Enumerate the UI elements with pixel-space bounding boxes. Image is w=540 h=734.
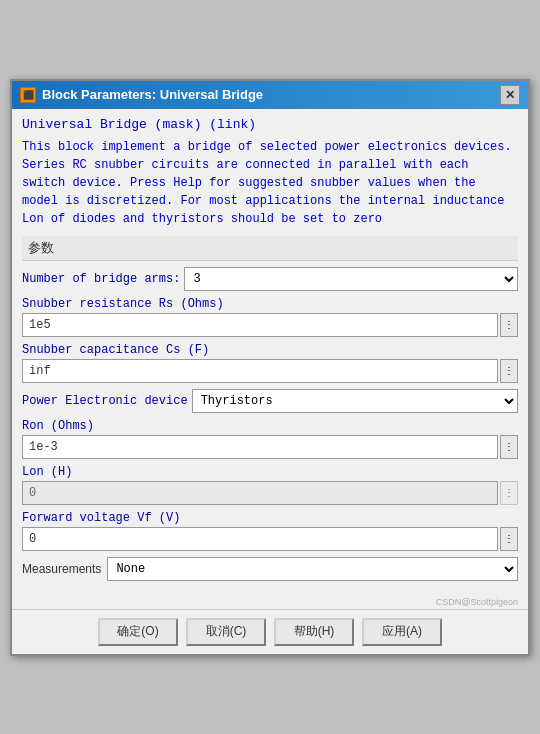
apply-button[interactable]: 应用(A) <box>362 618 442 646</box>
description-text: This block implement a bridge of selecte… <box>22 138 518 228</box>
ron-label: Ron (Ohms) <box>22 419 518 433</box>
ok-button[interactable]: 确定(O) <box>98 618 178 646</box>
snubber-c-label: Snubber capacitance Cs (F) <box>22 343 518 357</box>
main-window: ⬛ Block Parameters: Universal Bridge ✕ U… <box>10 79 530 656</box>
snubber-r-input[interactable] <box>22 313 498 337</box>
title-bar-left: ⬛ Block Parameters: Universal Bridge <box>20 87 263 103</box>
snubber-r-input-row: ⋮ <box>22 313 518 337</box>
vf-input[interactable] <box>22 527 498 551</box>
snubber-c-row: Snubber capacitance Cs (F) ⋮ <box>22 343 518 383</box>
window-icon: ⬛ <box>20 87 36 103</box>
snubber-r-menu-btn[interactable]: ⋮ <box>500 313 518 337</box>
vf-label: Forward voltage Vf (V) <box>22 511 518 525</box>
vf-row: Forward voltage Vf (V) ⋮ <box>22 511 518 551</box>
power-device-label: Power Electronic device <box>22 394 188 408</box>
footer: 确定(O) 取消(C) 帮助(H) 应用(A) <box>12 609 528 654</box>
lon-input-row: ⋮ <box>22 481 518 505</box>
header-link[interactable]: Universal Bridge (mask) (link) <box>22 117 518 132</box>
measurements-label: Measurements <box>22 562 101 576</box>
ron-menu-btn[interactable]: ⋮ <box>500 435 518 459</box>
watermark: CSDN@Scottpigeon <box>12 597 528 609</box>
section-label: 参数 <box>22 236 518 261</box>
ron-row: Ron (Ohms) ⋮ <box>22 419 518 459</box>
vf-menu-btn[interactable]: ⋮ <box>500 527 518 551</box>
bridge-arms-row: Number of bridge arms: 3 <box>22 267 518 291</box>
power-device-select[interactable]: Thyristors <box>192 389 518 413</box>
lon-menu-btn: ⋮ <box>500 481 518 505</box>
lon-row: Lon (H) ⋮ <box>22 465 518 505</box>
ron-input[interactable] <box>22 435 498 459</box>
window-title: Block Parameters: Universal Bridge <box>42 87 263 102</box>
lon-input <box>22 481 498 505</box>
ron-input-row: ⋮ <box>22 435 518 459</box>
power-device-row: Power Electronic device Thyristors <box>22 389 518 413</box>
cancel-button[interactable]: 取消(C) <box>186 618 266 646</box>
close-button[interactable]: ✕ <box>500 85 520 105</box>
title-bar: ⬛ Block Parameters: Universal Bridge ✕ <box>12 81 528 109</box>
help-button[interactable]: 帮助(H) <box>274 618 354 646</box>
snubber-c-input-row: ⋮ <box>22 359 518 383</box>
snubber-r-row: Snubber resistance Rs (Ohms) ⋮ <box>22 297 518 337</box>
snubber-r-label: Snubber resistance Rs (Ohms) <box>22 297 518 311</box>
content-area: Universal Bridge (mask) (link) This bloc… <box>12 109 528 597</box>
measurements-select[interactable]: None <box>107 557 518 581</box>
bridge-arms-select[interactable]: 3 <box>184 267 518 291</box>
bridge-arms-label: Number of bridge arms: <box>22 272 180 286</box>
snubber-c-input[interactable] <box>22 359 498 383</box>
measurements-row: Measurements None <box>22 557 518 581</box>
snubber-c-menu-btn[interactable]: ⋮ <box>500 359 518 383</box>
lon-label: Lon (H) <box>22 465 518 479</box>
vf-input-row: ⋮ <box>22 527 518 551</box>
